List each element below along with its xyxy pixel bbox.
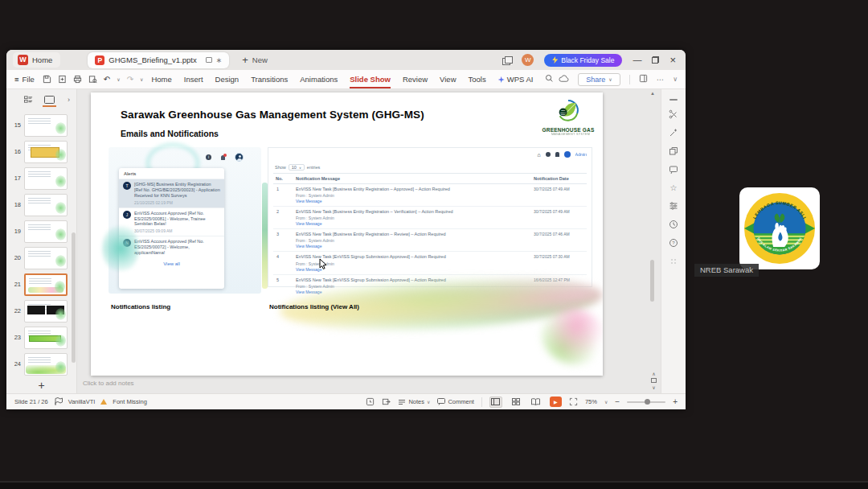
outline-view-icon[interactable] [24,96,33,104]
view-all-link: View all [119,258,224,269]
canvas-scrollbar[interactable] [650,260,654,302]
history-clock-icon[interactable] [669,220,678,229]
logo-tagline: MANAGEMENT SYSTEM [551,133,585,136]
tab-dock-icon[interactable] [502,56,511,64]
normal-view-button[interactable] [489,397,502,408]
wps-home-tab[interactable]: W Home [13,52,60,68]
save-icon[interactable] [43,75,51,84]
ppt-file-icon: P [95,55,104,65]
zoom-preset-caret[interactable]: ∨ [604,399,608,405]
tab-home[interactable]: Home [151,75,171,84]
theme-name[interactable]: VanillaVTI [68,398,96,405]
export-slide-icon[interactable] [382,397,391,406]
plus-icon: + [242,54,248,66]
more-options-icon[interactable]: ⋯ [657,75,665,84]
settings-sliders-icon[interactable] [669,201,678,211]
export-pdf-icon[interactable] [58,75,67,84]
file-menu[interactable]: ≡ File [6,75,43,84]
slide-thumbnail-19[interactable]: 19 [6,220,76,243]
slide-thumbnail-20[interactable]: 20 [6,246,76,269]
slide-21[interactable]: Sarawak Greenhouse Gas Management System… [91,92,603,376]
slide-sorter-view-button[interactable] [510,397,522,408]
document-tab[interactable]: P GHGMS_Briefing_v1.pptx ∗ [88,52,229,68]
print-icon[interactable] [73,75,82,84]
side-tools-rail: ☆ ? [661,89,686,393]
slide-thumbnail-21-selected[interactable]: 21 [6,273,76,296]
new-tab-label: New [252,55,268,64]
zoom-slider-knob[interactable] [645,399,650,405]
user-avatar-icon [564,151,571,158]
slideshow-play-button[interactable]: ▶ [550,397,562,407]
add-slide-button[interactable]: + [6,379,76,392]
reading-view-button[interactable] [530,397,542,408]
new-tab-button[interactable]: + New [242,54,268,66]
previous-slide-button[interactable]: ∧ [652,371,655,376]
expand-panel-icon[interactable]: › [68,96,70,104]
slide-thumbnail-16[interactable]: 16 [6,140,76,163]
help-icon[interactable]: ? [669,238,678,248]
share-button[interactable]: Share∨ [578,73,620,86]
window-tab-bar: W Home P GHGMS_Briefing_v1.pptx ∗ + New … [6,50,686,70]
participant-video-tile[interactable]: LEMBAGA SUMBER ASLI DAN ALAM SEKITAR SAR… [739,187,820,269]
zoom-level[interactable]: 75% [585,398,597,405]
cloud-sync-icon[interactable] [559,75,569,84]
apps-grid-icon[interactable] [669,257,678,266]
view-message-link: View Message [296,199,530,203]
design-wand-icon[interactable] [669,128,678,138]
next-slide-button[interactable]: ∨ [652,384,655,390]
black-friday-sale-button[interactable]: Black Friday Sale [544,54,622,67]
fullscreen-icon[interactable] [569,397,578,406]
editing-canvas[interactable]: Sarawak Greenhouse Gas Management System… [77,89,661,393]
tab-view[interactable]: View [440,75,456,84]
restore-button[interactable] [652,56,659,64]
bell-icon [220,154,226,161]
account-avatar[interactable]: W [522,54,534,66]
divider [481,397,482,407]
tab-transitions[interactable]: Transitions [251,75,288,84]
tab-insert[interactable]: Insert [184,75,203,84]
redo-button[interactable]: ↷ [127,75,133,84]
zoom-out-button[interactable]: − [615,397,620,406]
task-window-icon[interactable] [366,397,375,406]
close-button[interactable]: × [669,55,676,64]
tab-animations[interactable]: Animations [300,75,338,84]
slide-thumbnail-15[interactable]: 15 [6,113,76,137]
undo-button[interactable]: ↶ [104,75,110,84]
zoom-in-button[interactable]: + [673,397,678,406]
scroll-up-arrow[interactable]: ▲ [650,91,655,96]
slide-indicator[interactable]: Slide 21 / 26 [14,398,48,405]
collapse-ribbon-icon[interactable]: ∨ [673,76,678,83]
redo-dropdown-caret[interactable]: ∨ [140,76,143,82]
task-pane-icon[interactable] [639,74,648,84]
smart-tools-icon[interactable] [669,109,678,119]
collapse-handle-icon[interactable] [669,99,678,101]
tab-review[interactable]: Review [403,75,428,84]
zoom-slider[interactable] [627,401,665,403]
slide-thumbnail-22[interactable]: 22 [6,299,76,323]
tab-slide-show[interactable]: Slide Show [350,75,391,84]
layout-layers-icon[interactable] [669,146,678,156]
tab-design[interactable]: Design [215,75,240,84]
slide-thumbnail-17[interactable]: 17 [6,166,76,190]
notes-placeholder[interactable]: Click to add notes [83,380,134,387]
tab-tools[interactable]: Tools [469,75,486,84]
slide-thumbnail-23[interactable]: 23 [6,326,76,349]
tab-wps-ai[interactable]: WPS AI [498,75,534,84]
comment-bubble-icon[interactable] [669,165,678,175]
minimize-button[interactable]: — [633,55,641,64]
undo-dropdown-caret[interactable]: ∨ [117,76,120,82]
comment-button[interactable]: Comment [437,398,474,405]
thumbnail-scrollbar[interactable] [72,232,76,363]
alert-avatar: J [123,211,131,219]
print-preview-icon[interactable] [88,75,97,84]
star-favorites-icon[interactable]: ☆ [670,183,678,192]
caption-right: Notifications listing (View All) [269,303,359,310]
slide-nav-icon[interactable] [651,378,657,383]
search-icon[interactable] [545,74,554,84]
notes-toggle[interactable]: Notes∨ [398,398,430,405]
slide-thumbnail-24[interactable]: 24 [6,352,76,376]
tab-preview-icon[interactable] [206,57,212,63]
slide-view-icon[interactable] [44,96,55,104]
font-missing-warning[interactable]: Font Missing [113,398,147,405]
slide-thumbnail-18[interactable]: 18 [6,193,76,216]
